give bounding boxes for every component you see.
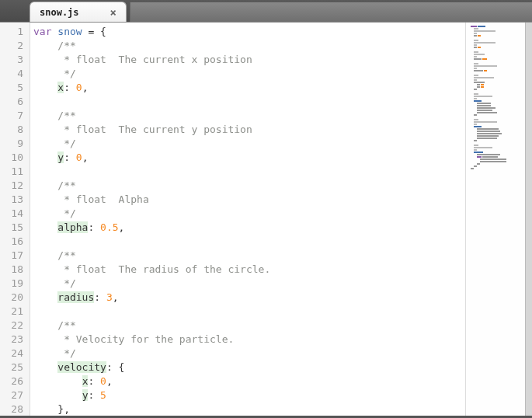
tab-bar: snow.js ×	[0, 0, 532, 23]
line-number: 20	[0, 291, 30, 305]
line-number: 17	[0, 249, 30, 263]
line-number: 26	[0, 374, 30, 388]
code-line: * Velocity for the particle.	[33, 333, 465, 347]
code-line: /**	[33, 39, 465, 53]
code-line: */	[33, 347, 465, 361]
line-number: 15	[0, 221, 30, 235]
line-number: 3	[0, 53, 30, 67]
code-line: velocity: {	[33, 361, 465, 374]
code-line: y: 5	[33, 388, 465, 402]
line-number: 13	[0, 193, 30, 207]
code-line: /**	[33, 319, 465, 333]
code-line: */	[33, 67, 465, 81]
line-number-gutter: 1234567891011121314151617181920212223242…	[0, 23, 30, 416]
line-number: 2	[0, 39, 30, 53]
code-line: * float The current y position	[33, 123, 465, 137]
code-line: /**	[33, 109, 465, 123]
line-number: 5	[0, 81, 30, 95]
line-number: 11	[0, 165, 30, 179]
line-number: 7	[0, 109, 30, 123]
file-tab[interactable]: snow.js ×	[30, 2, 127, 22]
line-number: 18	[0, 263, 30, 277]
line-number: 23	[0, 333, 30, 347]
code-line: * float The radius of the circle.	[33, 263, 465, 277]
code-line: y: 0,	[33, 151, 465, 165]
tab-bar-filler	[130, 2, 532, 22]
minimap[interactable]	[465, 23, 525, 416]
line-number: 25	[0, 361, 30, 374]
code-line	[33, 305, 465, 319]
code-line: * float The current x position	[33, 53, 465, 67]
code-line: /**	[33, 249, 465, 263]
code-line: alpha: 0.5,	[33, 221, 465, 235]
editor: 1234567891011121314151617181920212223242…	[0, 23, 532, 416]
code-line: },	[33, 402, 465, 416]
line-number: 28	[0, 402, 30, 416]
line-number: 10	[0, 151, 30, 165]
scrollbar[interactable]	[525, 23, 532, 416]
code-line	[33, 165, 465, 179]
code-line: x: 0,	[33, 81, 465, 95]
code-area[interactable]: var snow = { /** * float The current x p…	[30, 23, 465, 416]
line-number: 6	[0, 95, 30, 109]
line-number: 21	[0, 305, 30, 319]
line-number: 1	[0, 25, 30, 39]
line-number: 8	[0, 123, 30, 137]
code-line: */	[33, 137, 465, 151]
line-number: 14	[0, 207, 30, 221]
line-number: 24	[0, 347, 30, 361]
line-number: 4	[0, 67, 30, 81]
code-line: radius: 3,	[33, 291, 465, 305]
code-line: var snow = {	[33, 25, 465, 39]
code-line	[33, 235, 465, 249]
code-line: /**	[33, 179, 465, 193]
code-line	[33, 95, 465, 109]
code-line: */	[33, 277, 465, 291]
code-line: x: 0,	[33, 374, 465, 388]
tab-filename: snow.js	[40, 7, 79, 18]
code-line: * float Alpha	[33, 193, 465, 207]
line-number: 22	[0, 319, 30, 333]
line-number: 19	[0, 277, 30, 291]
line-number: 27	[0, 388, 30, 402]
line-number: 9	[0, 137, 30, 151]
code-line: */	[33, 207, 465, 221]
line-number: 12	[0, 179, 30, 193]
line-number: 16	[0, 235, 30, 249]
close-icon[interactable]: ×	[110, 6, 116, 19]
